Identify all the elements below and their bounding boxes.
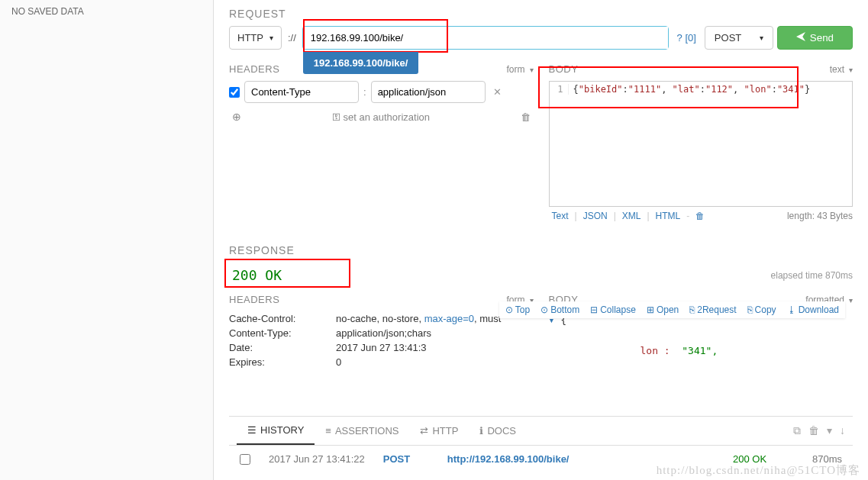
info-icon: ℹ (479, 425, 483, 437)
header-row: : ✕ (229, 81, 534, 103)
body-format-tabs: Text| JSON| XML| HTML - 🗑 (549, 211, 708, 221)
protocol-select[interactable]: HTTP ▾ (229, 26, 282, 50)
copy-button[interactable]: ⎘Copy (747, 304, 776, 315)
headers-mode-toggle[interactable]: form (507, 64, 534, 75)
response-headers-title: HEADERS (229, 294, 279, 305)
response-section: RESPONSE 200 OK elapsed time 870ms HEADE… (229, 244, 853, 369)
body-tab-html[interactable]: HTML (653, 211, 684, 221)
headers-title: HEADERS (229, 63, 279, 75)
url-input-wrap: 192.168.99.100/bike/ (302, 26, 669, 50)
list-icon: ≡ (325, 425, 331, 437)
download-button[interactable]: ⭳Download (787, 304, 839, 315)
arrow-down-icon[interactable]: ↓ (840, 424, 845, 437)
body-trash-icon[interactable]: 🗑 (692, 211, 708, 221)
arrow-down-icon: ⊙ (540, 304, 548, 315)
header-checkbox[interactable] (229, 87, 240, 98)
response-toolbar: ⊙Top ⊙Bottom ⊟Collapse ⊞Open ⎘2Request ⎘… (499, 301, 845, 318)
url-input[interactable] (303, 27, 668, 49)
elapsed-time: elapsed time 870ms (771, 270, 853, 281)
watermark: http://blog.csdn.net/niha@51CTO博客 (657, 463, 860, 478)
response-header-row: Date: 2017 Jun 27 13:41:3 (229, 340, 534, 355)
send-button[interactable]: Send (777, 26, 853, 50)
key-icon: ⚿ (332, 112, 340, 121)
tab-history[interactable]: ☰HISTORY (237, 417, 315, 445)
response-header-row: Expires: 0 (229, 355, 534, 369)
main-panel: REQUEST HTTP ▾ :// 192.168.99.100/bike/ … (214, 0, 868, 480)
bottom-button[interactable]: ⊙Bottom (540, 304, 579, 315)
url-prefix: :// (286, 32, 298, 43)
header-value-input[interactable] (371, 81, 486, 103)
body-tab-json[interactable]: JSON (580, 211, 611, 221)
method-select[interactable]: POST ▾ (705, 26, 773, 50)
collapse-icon: ⊟ (590, 304, 598, 315)
body-mode-toggle[interactable]: text (830, 64, 853, 75)
copy-icon: ⎘ (747, 304, 753, 315)
download-icon: ⭳ (787, 304, 796, 315)
response-header-row: Content-Type: application/json;chars (229, 326, 534, 340)
tabs-row: ☰HISTORY ≡ASSERTIONS ⇄HTTP ℹDOCS ⧉ 🗑 ▾ ↓ (229, 417, 853, 446)
tab-assertions[interactable]: ≡ASSERTIONS (315, 417, 409, 444)
request-body-col: BODY text 1 {"bikeId":"1111", "lat":"112… (549, 63, 853, 221)
caret-down-icon: ▾ (760, 34, 763, 42)
body-length: length: 43 Bytes (787, 211, 853, 221)
body-title: BODY (549, 63, 579, 75)
collapse-button[interactable]: ⊟Collapse (590, 304, 636, 315)
tab-http[interactable]: ⇄HTTP (409, 417, 469, 444)
swap-icon: ⇄ (420, 425, 428, 437)
copy-icon: ⎘ (689, 304, 695, 315)
autocomplete-suggestion[interactable]: 192.168.99.100/bike/ (303, 52, 419, 74)
send-icon (796, 32, 805, 43)
add-header-icon[interactable]: ⊕ (232, 111, 241, 123)
trash-icon[interactable]: 🗑 (521, 111, 531, 123)
response-header-row: Cache-Control: no-cache, no-store, max-a… (229, 311, 534, 326)
body-tab-text[interactable]: Text (549, 211, 572, 221)
torequest-button[interactable]: ⎘2Request (689, 304, 736, 315)
remove-header-icon[interactable]: ✕ (490, 86, 505, 98)
set-authorization-button[interactable]: ⚿ set an authorization (332, 111, 430, 123)
history-method: POST (383, 453, 429, 465)
top-button[interactable]: ⊙Top (505, 304, 530, 315)
request-title: REQUEST (229, 8, 853, 20)
sidebar: NO SAVED DATA (0, 0, 214, 480)
open-icon: ⊞ (647, 304, 654, 315)
header-name-input[interactable] (244, 81, 359, 103)
body-editor[interactable]: 1 {"bikeId":"1111", "lat":"112", "lon":"… (549, 81, 853, 207)
chevron-down-icon[interactable]: ▾ (827, 424, 832, 437)
copy-icon[interactable]: ⧉ (793, 424, 801, 437)
request-row: HTTP ▾ :// 192.168.99.100/bike/ ? [0] PO… (229, 26, 853, 50)
history-time: 2017 Jun 27 13:41:22 (269, 453, 365, 465)
history-checkbox[interactable] (240, 454, 250, 465)
arrow-up-icon: ⊙ (505, 304, 513, 315)
response-body-col: BODY formatted ▾ { lon : "341", ⊙Top ⊙B (549, 294, 853, 369)
open-button[interactable]: ⊞Open (647, 304, 679, 315)
query-params-button[interactable]: ? [0] (673, 32, 701, 43)
caret-down-icon: ▾ (269, 34, 273, 42)
response-headers-col: HEADERS form Cache-Control: no-cache, no… (229, 294, 534, 369)
no-saved-data-label: NO SAVED DATA (11, 6, 202, 17)
response-title: RESPONSE (229, 244, 853, 256)
trash-icon[interactable]: 🗑 (808, 424, 819, 437)
body-tab-xml[interactable]: XML (619, 211, 644, 221)
tab-docs[interactable]: ℹDOCS (469, 417, 527, 444)
request-headers-col: HEADERS form : ✕ ⊕ ⚿ set an auth (229, 63, 534, 221)
list-icon: ☰ (247, 424, 257, 436)
response-status: 200 OK (229, 263, 292, 288)
